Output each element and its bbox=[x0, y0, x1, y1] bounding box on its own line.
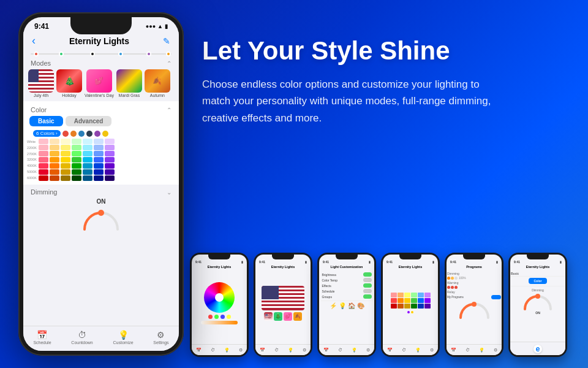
mode-item-mardi[interactable]: Mardi Gras bbox=[116, 69, 142, 98]
mini-swatch[interactable] bbox=[418, 304, 424, 309]
swatch[interactable] bbox=[83, 151, 92, 156]
switch-toggle-4[interactable] bbox=[363, 289, 372, 293]
swatch[interactable] bbox=[83, 157, 92, 163]
swatch[interactable] bbox=[39, 175, 48, 181]
mini-swatch[interactable] bbox=[391, 298, 397, 303]
bottom-icon-13[interactable]: 📅 bbox=[387, 348, 393, 353]
dot-d3[interactable] bbox=[454, 277, 458, 280]
quick-dot-red[interactable] bbox=[62, 131, 69, 137]
bottom-icon-6[interactable]: ⏱ bbox=[274, 348, 279, 352]
swatch[interactable] bbox=[50, 157, 59, 163]
dot[interactable] bbox=[227, 315, 231, 319]
grid-icon-4[interactable]: 🎨 bbox=[357, 302, 364, 309]
nav-countdown[interactable]: ⏱ Countdown bbox=[71, 330, 92, 345]
switch-toggle-1[interactable] bbox=[363, 272, 372, 277]
switch-toggle-5[interactable] bbox=[363, 294, 372, 299]
timeline-dot[interactable] bbox=[118, 52, 123, 56]
mini-swatch[interactable] bbox=[398, 298, 404, 303]
swatch[interactable] bbox=[61, 145, 70, 150]
swatch[interactable] bbox=[39, 169, 48, 175]
color-count-badge[interactable]: 6 Colors › bbox=[33, 130, 61, 137]
dot[interactable] bbox=[208, 315, 213, 319]
color-chevron[interactable]: ⌃ bbox=[167, 107, 172, 113]
swatch[interactable] bbox=[105, 151, 115, 156]
mini-swatch[interactable] bbox=[404, 304, 410, 309]
bottom-icon-18[interactable]: ⏱ bbox=[466, 348, 470, 352]
swatch[interactable] bbox=[83, 163, 92, 169]
switch-toggle-3[interactable] bbox=[363, 283, 372, 288]
mini-swatch[interactable] bbox=[391, 304, 397, 309]
mini-swatch[interactable] bbox=[418, 293, 424, 297]
swatch[interactable] bbox=[50, 145, 59, 150]
dimming-chevron[interactable]: ⌄ bbox=[167, 189, 172, 196]
brightness-slider[interactable] bbox=[201, 321, 238, 324]
relay-switch[interactable] bbox=[491, 295, 501, 299]
grid-icon-1[interactable]: ⚡ bbox=[330, 302, 337, 309]
swatch[interactable] bbox=[39, 145, 48, 150]
swatch[interactable] bbox=[39, 163, 48, 169]
swatch[interactable] bbox=[94, 163, 104, 169]
mini-swatch[interactable] bbox=[391, 293, 397, 297]
bottom-icon-9[interactable]: 📅 bbox=[323, 348, 329, 353]
color-button[interactable]: Color bbox=[529, 278, 546, 284]
mode-item-autumn[interactable]: 🍂 Autumn bbox=[145, 69, 170, 98]
bottom-icon-12[interactable]: ⚙ bbox=[366, 348, 370, 353]
swatch[interactable] bbox=[72, 163, 81, 169]
swatch[interactable] bbox=[94, 151, 104, 156]
mini-swatch[interactable] bbox=[418, 298, 424, 303]
timeline-dot[interactable] bbox=[146, 52, 151, 56]
swatch[interactable] bbox=[72, 139, 81, 144]
bottom-icon-3[interactable]: 💡 bbox=[224, 348, 230, 353]
mini-swatch[interactable] bbox=[411, 298, 417, 303]
swatch[interactable] bbox=[50, 175, 59, 181]
dot-d2[interactable] bbox=[451, 277, 454, 280]
swatch[interactable] bbox=[105, 145, 115, 150]
quick-dot-purple[interactable] bbox=[94, 131, 100, 137]
swatch[interactable] bbox=[83, 169, 92, 175]
swatch[interactable] bbox=[94, 139, 104, 144]
swatch[interactable] bbox=[61, 151, 70, 156]
swatch[interactable] bbox=[72, 151, 81, 156]
mode-item-july4[interactable]: July 4th bbox=[28, 69, 54, 98]
color-wheel[interactable] bbox=[204, 282, 235, 313]
dot-d1[interactable] bbox=[447, 277, 450, 280]
swatch[interactable] bbox=[94, 169, 104, 175]
bottom-icon-15[interactable]: 💡 bbox=[415, 348, 421, 353]
bottom-icon-4[interactable]: ⚙ bbox=[239, 348, 243, 353]
nav-customize[interactable]: 💡 Customize bbox=[113, 330, 134, 345]
quick-dot-blue[interactable] bbox=[78, 131, 85, 137]
swatch[interactable] bbox=[94, 175, 104, 181]
modes-chevron[interactable]: ⌃ bbox=[167, 60, 172, 67]
dot-w2[interactable] bbox=[451, 286, 454, 289]
nav-schedule[interactable]: 📅 Schedule bbox=[33, 330, 51, 345]
swatch[interactable] bbox=[72, 169, 81, 175]
swatch[interactable] bbox=[39, 151, 48, 156]
swatch[interactable] bbox=[72, 175, 81, 181]
swatch[interactable] bbox=[61, 169, 70, 175]
swatch[interactable] bbox=[72, 145, 81, 150]
swatch[interactable] bbox=[61, 157, 70, 163]
quick-dot-navy[interactable] bbox=[86, 131, 92, 137]
mini-dot[interactable] bbox=[407, 310, 410, 314]
swatch[interactable] bbox=[83, 139, 92, 144]
bottom-icon-10[interactable]: ⏱ bbox=[338, 348, 342, 352]
bottom-icon-17[interactable]: 📅 bbox=[451, 348, 456, 353]
bottom-icon-7[interactable]: 💡 bbox=[288, 348, 293, 353]
mini-swatch[interactable] bbox=[411, 293, 417, 297]
switch-toggle-2[interactable] bbox=[363, 278, 372, 282]
swatch[interactable] bbox=[61, 163, 70, 169]
swatch[interactable] bbox=[50, 151, 59, 156]
swatch[interactable] bbox=[83, 145, 92, 150]
mode-icon[interactable]: 🍂 bbox=[293, 312, 302, 321]
edit-button[interactable]: ✎ bbox=[163, 36, 170, 46]
mode-item-valentine[interactable]: 💕 Valentine's Day bbox=[85, 69, 114, 98]
dot-w3[interactable] bbox=[454, 286, 458, 289]
tab-basic[interactable]: Basic bbox=[29, 116, 63, 126]
dimmer-arc-svg[interactable] bbox=[80, 207, 123, 232]
bottom-icon-8[interactable]: ⚙ bbox=[303, 348, 306, 353]
timeline-dot[interactable] bbox=[166, 52, 171, 56]
timeline-dot[interactable] bbox=[59, 52, 64, 56]
swatch[interactable] bbox=[83, 175, 92, 181]
quick-dot-orange[interactable] bbox=[70, 131, 77, 137]
bottom-icon-11[interactable]: 💡 bbox=[352, 348, 357, 353]
